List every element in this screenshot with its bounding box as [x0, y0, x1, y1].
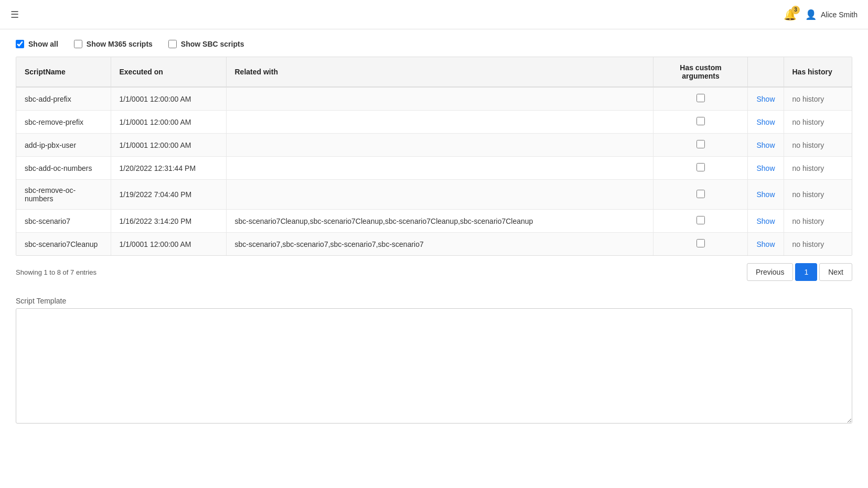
- cell-show: Show: [748, 233, 784, 256]
- previous-button[interactable]: Previous: [747, 263, 793, 281]
- show-link[interactable]: Show: [756, 164, 775, 172]
- show-link[interactable]: Show: [756, 190, 775, 199]
- show-m365-checkbox[interactable]: [74, 40, 82, 48]
- filter-show-m365[interactable]: Show M365 scripts: [74, 40, 153, 48]
- scripts-table-wrapper: ScriptName Executed on Related with Has …: [16, 57, 852, 256]
- cell-hascustomargs: [653, 210, 748, 233]
- cell-relatedwith: sbc-scenario7Cleanup,sbc-scenario7Cleanu…: [226, 210, 653, 233]
- show-all-checkbox[interactable]: [16, 40, 24, 48]
- cell-executedon: 1/1/0001 12:00:00 AM: [111, 233, 226, 256]
- table-row: sbc-add-prefix1/1/0001 12:00:00 AMShowno…: [16, 87, 852, 111]
- cell-scriptname: sbc-scenario7: [16, 210, 111, 233]
- user-icon: 👤: [805, 9, 817, 20]
- next-button[interactable]: Next: [819, 263, 852, 281]
- cell-hashistory: no history: [784, 180, 852, 210]
- custom-args-checkbox[interactable]: [696, 216, 705, 224]
- script-template-textarea[interactable]: [16, 308, 852, 424]
- cell-show: Show: [748, 180, 784, 210]
- menu-icon[interactable]: ☰: [10, 9, 19, 20]
- user-profile[interactable]: 👤 Alice Smith: [805, 9, 858, 20]
- cell-show: Show: [748, 87, 784, 111]
- pagination-controls: Previous 1 Next: [747, 263, 852, 281]
- table-header-row: ScriptName Executed on Related with Has …: [16, 57, 852, 87]
- filter-show-sbc[interactable]: Show SBC scripts: [168, 40, 244, 48]
- show-all-label: Show all: [28, 40, 58, 48]
- custom-args-checkbox[interactable]: [696, 140, 705, 148]
- cell-hascustomargs: [653, 87, 748, 111]
- cell-scriptname: sbc-remove-prefix: [16, 111, 111, 134]
- col-header-executedon: Executed on: [111, 57, 226, 87]
- show-sbc-checkbox[interactable]: [168, 40, 177, 48]
- show-link[interactable]: Show: [756, 118, 775, 126]
- cell-hashistory: no history: [784, 111, 852, 134]
- cell-show: Show: [748, 157, 784, 180]
- scripts-table: ScriptName Executed on Related with Has …: [16, 57, 852, 255]
- table-row: sbc-scenario7Cleanup1/1/0001 12:00:00 AM…: [16, 233, 852, 256]
- cell-hashistory: no history: [784, 134, 852, 157]
- cell-relatedwith: sbc-scenario7,sbc-scenario7,sbc-scenario…: [226, 233, 653, 256]
- table-row: add-ip-pbx-user1/1/0001 12:00:00 AMShown…: [16, 134, 852, 157]
- cell-hashistory: no history: [784, 157, 852, 180]
- cell-executedon: 1/1/0001 12:00:00 AM: [111, 87, 226, 111]
- cell-hashistory: no history: [784, 233, 852, 256]
- col-header-show: [748, 57, 784, 87]
- main-content: Show all Show M365 scripts Show SBC scri…: [0, 29, 868, 436]
- custom-args-checkbox[interactable]: [696, 117, 705, 125]
- cell-show: Show: [748, 210, 784, 233]
- cell-scriptname: sbc-remove-oc-numbers: [16, 180, 111, 210]
- cell-scriptname: sbc-add-oc-numbers: [16, 157, 111, 180]
- custom-args-checkbox[interactable]: [696, 239, 705, 247]
- cell-relatedwith: [226, 180, 653, 210]
- cell-relatedwith: [226, 157, 653, 180]
- cell-executedon: 1/1/0001 12:00:00 AM: [111, 134, 226, 157]
- custom-args-checkbox[interactable]: [696, 94, 705, 102]
- cell-relatedwith: [226, 134, 653, 157]
- page-1-button[interactable]: 1: [795, 263, 817, 281]
- header: ☰ 🔔 3 👤 Alice Smith: [0, 0, 868, 29]
- col-header-relatedwith: Related with: [226, 57, 653, 87]
- table-row: sbc-remove-prefix1/1/0001 12:00:00 AMSho…: [16, 111, 852, 134]
- show-link[interactable]: Show: [756, 240, 775, 248]
- col-header-scriptname: ScriptName: [16, 57, 111, 87]
- cell-hashistory: no history: [784, 87, 852, 111]
- cell-scriptname: sbc-add-prefix: [16, 87, 111, 111]
- notification-button[interactable]: 🔔 3: [784, 8, 797, 21]
- pagination-area: Showing 1 to 8 of 7 entries Previous 1 N…: [16, 263, 852, 281]
- cell-relatedwith: [226, 87, 653, 111]
- cell-hashistory: no history: [784, 210, 852, 233]
- col-header-hascustomargs: Has custom arguments: [653, 57, 748, 87]
- cell-hascustomargs: [653, 233, 748, 256]
- header-right: 🔔 3 👤 Alice Smith: [784, 8, 858, 21]
- show-m365-label: Show M365 scripts: [87, 40, 153, 48]
- cell-hascustomargs: [653, 111, 748, 134]
- table-row: sbc-add-oc-numbers1/20/2022 12:31:44 PMS…: [16, 157, 852, 180]
- col-header-hashistory: Has history: [784, 57, 852, 87]
- show-link[interactable]: Show: [756, 141, 775, 149]
- show-link[interactable]: Show: [756, 95, 775, 103]
- notification-badge: 3: [791, 6, 800, 14]
- header-left: ☰: [10, 9, 19, 20]
- cell-executedon: 1/20/2022 12:31:44 PM: [111, 157, 226, 180]
- table-row: sbc-scenario71/16/2022 3:14:20 PMsbc-sce…: [16, 210, 852, 233]
- show-link[interactable]: Show: [756, 217, 775, 225]
- cell-scriptname: add-ip-pbx-user: [16, 134, 111, 157]
- cell-executedon: 1/1/0001 12:00:00 AM: [111, 111, 226, 134]
- table-body: sbc-add-prefix1/1/0001 12:00:00 AMShowno…: [16, 87, 852, 255]
- filter-show-all[interactable]: Show all: [16, 40, 58, 48]
- showing-text: Showing 1 to 8 of 7 entries: [16, 268, 97, 276]
- cell-relatedwith: [226, 111, 653, 134]
- filters-row: Show all Show M365 scripts Show SBC scri…: [16, 40, 852, 48]
- cell-show: Show: [748, 134, 784, 157]
- script-template-label: Script Template: [16, 297, 852, 305]
- cell-executedon: 1/16/2022 3:14:20 PM: [111, 210, 226, 233]
- cell-hascustomargs: [653, 157, 748, 180]
- cell-hascustomargs: [653, 134, 748, 157]
- cell-scriptname: sbc-scenario7Cleanup: [16, 233, 111, 256]
- cell-executedon: 1/19/2022 7:04:40 PM: [111, 180, 226, 210]
- show-sbc-label: Show SBC scripts: [181, 40, 244, 48]
- table-row: sbc-remove-oc-numbers1/19/2022 7:04:40 P…: [16, 180, 852, 210]
- custom-args-checkbox[interactable]: [696, 190, 705, 198]
- script-template-section: Script Template: [16, 297, 852, 425]
- custom-args-checkbox[interactable]: [696, 163, 705, 171]
- user-name: Alice Smith: [821, 10, 858, 19]
